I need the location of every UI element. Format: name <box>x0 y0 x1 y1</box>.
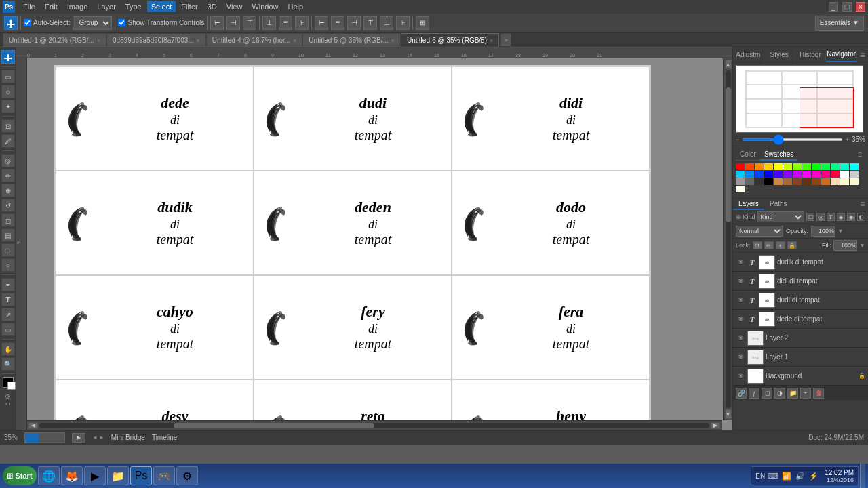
tab-image[interactable]: 0d899d89a5d60f8a7f003... × <box>106 33 206 47</box>
menu-file[interactable]: File <box>19 1 39 12</box>
menu-view[interactable]: View <box>222 1 247 12</box>
blur-tool[interactable]: ◌ <box>1 243 15 257</box>
swatch-22[interactable] <box>821 171 830 178</box>
mini-bridge-label[interactable]: Mini Bridge <box>111 434 145 441</box>
play-button[interactable]: ▶ <box>72 433 85 443</box>
spot-heal-tool[interactable]: ◎ <box>1 154 15 167</box>
layer-item-6[interactable]: 👁 Background 🔒 <box>733 367 868 386</box>
auto-select-input[interactable] <box>24 19 31 26</box>
layers-smart-filter[interactable]: ◉ <box>847 213 855 221</box>
tab-untitled4[interactable]: Untitled-4 @ 16.7% (hor... × <box>206 33 302 47</box>
tab-adjustments[interactable]: Adjustm <box>733 47 764 62</box>
swatch-0[interactable] <box>736 163 745 170</box>
zoom-tool[interactable]: 🔍 <box>1 357 15 371</box>
scroll-up-button[interactable]: ▲ <box>725 60 732 69</box>
tab-close-untitled5[interactable]: × <box>391 37 395 44</box>
swatch-3[interactable] <box>764 163 773 170</box>
history-brush-tool[interactable]: ↺ <box>1 199 15 212</box>
scroll-left-button[interactable]: ◀ <box>28 422 38 429</box>
screen-mode[interactable]: ▭ <box>5 401 11 407</box>
layers-panel-menu[interactable]: ≡ <box>857 199 868 209</box>
swatch-6[interactable] <box>793 163 802 170</box>
scroll-right-button[interactable]: ▶ <box>711 422 720 429</box>
swatch-33[interactable] <box>802 178 811 185</box>
tab-untitled6[interactable]: Untitled-6 @ 35% (RGB/8) × <box>401 33 499 47</box>
swatch-24[interactable] <box>840 171 849 178</box>
swatch-27[interactable] <box>745 178 754 185</box>
minimize-button[interactable]: _ <box>829 2 838 12</box>
align-right-button[interactable]: ⊤ <box>243 16 256 30</box>
move-tool-button[interactable] <box>4 16 18 30</box>
vertical-scrollbar[interactable]: ▲ ▼ <box>723 58 732 420</box>
align-left-button[interactable]: ⊢ <box>210 16 224 30</box>
swatch-23[interactable] <box>831 171 840 178</box>
rectangle-select-tool[interactable]: ▭ <box>1 70 15 83</box>
fill-dropdown[interactable]: ▼ <box>859 242 865 249</box>
layers-type-filter[interactable]: T <box>827 213 835 221</box>
swatch-34[interactable] <box>812 178 821 185</box>
opacity-dropdown[interactable]: ▼ <box>837 228 844 235</box>
layer-mask-button[interactable]: ◻ <box>762 388 772 399</box>
swatch-13[interactable] <box>736 171 745 178</box>
lock-image-button[interactable]: ✏ <box>764 241 774 249</box>
layer-visibility-0[interactable]: 👁 <box>736 258 745 267</box>
layer-visibility-1[interactable]: 👁 <box>736 277 745 286</box>
menu-image[interactable]: Image <box>63 1 92 12</box>
swatch-2[interactable] <box>755 163 764 170</box>
maximize-button[interactable]: □ <box>842 2 852 12</box>
auto-select-checkbox[interactable]: Auto-Select: <box>24 19 70 26</box>
scroll-down-button[interactable]: ▼ <box>725 409 732 419</box>
align-top-button[interactable]: ⊥ <box>262 16 276 30</box>
layer-item-0[interactable]: 👁 T ab dudik di tempat <box>733 253 868 272</box>
path-select-tool[interactable]: ↗ <box>1 308 15 321</box>
quick-mask-mode[interactable]: ◎ <box>5 393 10 399</box>
scroll-thumb-v[interactable] <box>726 87 731 222</box>
swatch-8[interactable] <box>812 163 821 170</box>
eyedropper-tool[interactable]: 🖉 <box>1 134 15 148</box>
swatch-32[interactable] <box>793 178 802 185</box>
align-middle-v-button[interactable]: ≡ <box>279 16 292 30</box>
shape-tool[interactable]: ▭ <box>1 323 15 336</box>
tab-styles[interactable]: Styles <box>764 47 795 62</box>
clone-stamp-tool[interactable]: ⊕ <box>1 184 15 197</box>
blend-mode-select[interactable]: Normal <box>736 226 783 237</box>
swatch-10[interactable] <box>831 163 840 170</box>
swatch-36[interactable] <box>831 178 840 185</box>
swatch-39[interactable] <box>736 186 745 192</box>
tab-close-untitled6[interactable]: × <box>490 37 493 44</box>
swatch-9[interactable] <box>821 163 830 170</box>
layers-kind-select[interactable]: Kind <box>757 211 804 222</box>
opacity-input[interactable] <box>811 226 835 237</box>
swatch-14[interactable] <box>745 171 754 178</box>
layers-pixel-filter[interactable]: ☐ <box>806 213 814 221</box>
swatch-35[interactable] <box>821 178 830 185</box>
swatch-38[interactable] <box>850 178 859 185</box>
tab-color[interactable]: Color <box>736 149 760 161</box>
lasso-tool[interactable]: ⌾ <box>1 85 15 98</box>
tab-close-image[interactable]: × <box>197 37 200 44</box>
crop-tool[interactable]: ⊡ <box>1 119 15 133</box>
show-transform-checkbox[interactable]: Show Transform Controls <box>118 19 204 26</box>
layers-adj-filter[interactable]: ◎ <box>816 213 825 221</box>
swatch-26[interactable] <box>736 178 745 185</box>
swatch-4[interactable] <box>774 163 783 170</box>
layer-visibility-6[interactable]: 👁 <box>736 371 745 381</box>
lock-position-button[interactable]: + <box>776 241 785 249</box>
layer-visibility-2[interactable]: 👁 <box>736 296 745 305</box>
show-desktop-button[interactable] <box>860 464 865 488</box>
swatch-7[interactable] <box>802 163 811 170</box>
swatch-11[interactable] <box>840 163 849 170</box>
brush-tool[interactable]: ✏ <box>1 169 15 182</box>
swatch-30[interactable] <box>774 178 783 185</box>
taskbar-extra[interactable]: ⚙ <box>176 466 198 485</box>
menu-type[interactable]: Type <box>121 1 146 12</box>
tab-navigator[interactable]: Navigator <box>826 47 857 62</box>
tab-untitled5[interactable]: Untitled-5 @ 35% (RGB/... × <box>302 33 401 47</box>
arrange-button[interactable]: ⊞ <box>416 16 429 30</box>
layer-group-button[interactable]: 📁 <box>787 388 798 399</box>
layer-delete-button[interactable]: 🗑 <box>813 388 824 399</box>
tab-paths[interactable]: Paths <box>764 199 793 210</box>
layer-item-3[interactable]: 👁 T ab dede di tempat <box>733 310 868 329</box>
swatch-15[interactable] <box>755 171 764 178</box>
taskbar-ps[interactable]: Ps <box>130 466 152 485</box>
